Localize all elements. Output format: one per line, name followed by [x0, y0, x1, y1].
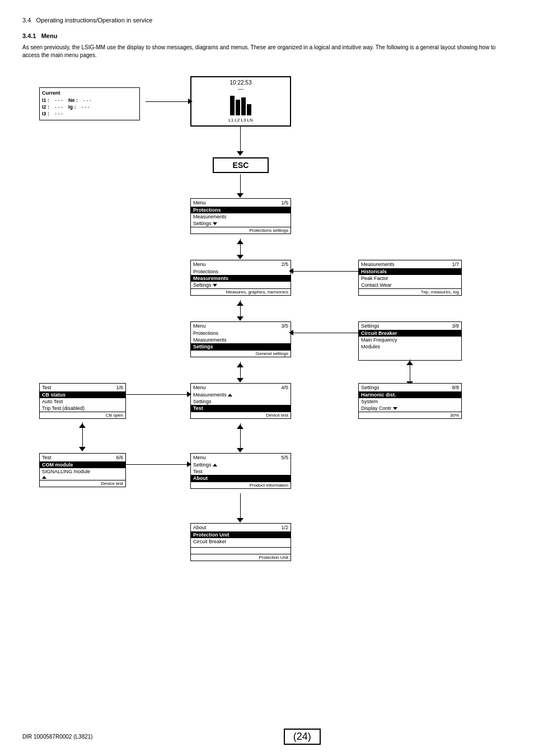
menu4-item-measurements: Measurements	[191, 391, 291, 398]
test6-footer: Device test	[40, 480, 125, 487]
menu1-item-measurements: Measurements	[191, 213, 291, 220]
menu5-item-test: Test	[191, 468, 291, 475]
arrow-test1-right	[187, 391, 191, 397]
set8-item-display: Display Contr	[359, 405, 461, 412]
arrow-menu3-down	[237, 378, 243, 382]
menu2-footer: Measures, graphics, harmonics	[191, 288, 291, 295]
menu2-page: 2/5	[281, 262, 288, 267]
test6-item-signalling: SIGNALLING module	[40, 468, 125, 475]
arrow-menu3-up	[237, 363, 243, 367]
menu3-page: 3/5	[281, 323, 288, 329]
set8-header: Settings	[361, 385, 380, 390]
section-number: 3.4	[22, 17, 31, 24]
page-footer: DIR 1000587R0002 (L3821) (24)	[22, 729, 512, 745]
menu3-item-protections: Protections	[191, 330, 291, 337]
test-1-6: Test 1/6 CB status Auto Test Trip Test (…	[39, 383, 126, 419]
menu5-header: Menu	[193, 455, 206, 460]
current-title: Current	[42, 90, 137, 96]
subsection-subtitle: Menu	[41, 32, 58, 39]
menu1-footer: Protections settings	[191, 227, 291, 234]
menu3-item-measurements: Measurements	[191, 337, 291, 343]
section-header: 3.4 Operating instructions/Operation in …	[22, 17, 512, 24]
settings-3-8: Settings 3/8 Circuit Breaker Main Freque…	[358, 321, 462, 361]
menu-5-5: Menu 5/5 Settings Test About Product inf…	[190, 453, 291, 489]
arrow-test6-right	[187, 461, 191, 467]
menu3-footer: General settings	[191, 350, 291, 357]
about-item-cb: Circuit Breaker	[191, 538, 291, 545]
line-menu2-measurements	[291, 271, 358, 272]
line-menu5-about	[240, 493, 241, 521]
screen-dashes: ---	[191, 86, 290, 92]
menu2-header: Menu	[193, 262, 206, 267]
meas-page: 1/7	[452, 262, 459, 267]
set3-page: 3/8	[452, 323, 459, 329]
line-menu3-settings3	[291, 333, 358, 333]
screen-time: 10:22:53	[191, 77, 290, 86]
meas-item-contactwear: Contact Wear	[359, 282, 461, 288]
arrow-settings3	[289, 330, 293, 335]
current-box: Current I1 : - - - Ne : - - - I2 : - - -…	[39, 87, 140, 120]
menu1-item-protections: Protections	[191, 207, 291, 213]
meas-footer: Trip, measures, log	[359, 288, 461, 295]
menu2-item-settings: Settings	[191, 282, 291, 288]
subsection-number: 3.4.1	[22, 32, 36, 39]
intro-text: As seen previously, the LSIG-MM use the …	[22, 44, 512, 59]
menu4-page: 4/5	[281, 385, 288, 390]
bar-2	[236, 100, 240, 115]
diagram-area: 10:22:53 --- L1 L2 L3 LN ESC Current I1 …	[22, 71, 512, 659]
menu2-item-protections: Protections	[191, 268, 291, 275]
menu-4-5: Menu 4/5 Measurements Settings Test Devi…	[190, 383, 291, 419]
arrow-menu2-up	[237, 301, 243, 306]
meas-item-peakfactor: Peak Factor	[359, 275, 461, 282]
about-page: 1/2	[281, 525, 288, 530]
about-footer: Protection Unit	[191, 554, 291, 561]
menu5-item-settings: Settings	[191, 461, 291, 468]
arrow-test-down	[79, 447, 86, 451]
set3-header: Settings	[361, 323, 380, 329]
menu4-header: Menu	[193, 385, 206, 390]
settings-8-8: Settings 8/8 Harmonic dist. System Displ…	[358, 383, 462, 419]
esc-button[interactable]: ESC	[213, 157, 269, 173]
set3-item-freq: Main Frequency	[359, 337, 461, 343]
menu3-item-settings: Settings	[191, 343, 291, 350]
menu1-item-settings: Settings	[191, 220, 291, 227]
about-header: About	[193, 525, 207, 530]
about-1-2: About 1/2 Protection Unit Circuit Breake…	[190, 523, 291, 561]
about-item-protection: Protection Unit	[191, 531, 291, 538]
measurements-1-7: Measurements 1/7 Historicals Peak Factor…	[358, 260, 462, 296]
arrow-settings-up	[406, 361, 413, 365]
set3-item-cb: Circuit Breaker	[359, 330, 461, 337]
line-screen-esc	[240, 127, 241, 155]
page-number: (24)	[284, 729, 321, 745]
menu5-footer: Product information	[191, 482, 291, 488]
arrow-menu5-about	[237, 518, 243, 522]
test1-header: Test	[42, 385, 51, 390]
current-row-1: I1 : - - - Ne : - - -	[42, 97, 137, 103]
bar-3	[241, 97, 246, 115]
arrow-current-screen	[188, 99, 193, 104]
bar-4	[247, 104, 251, 115]
line-current-to-screen	[146, 101, 191, 102]
bar-chart	[191, 94, 290, 116]
test1-item-trip: Trip Test (disabled)	[40, 405, 125, 412]
menu3-header: Menu	[193, 323, 206, 329]
menu4-item-test: Test	[191, 405, 291, 412]
arrow-menu1-up	[237, 240, 243, 244]
arrow-menu2-down	[237, 316, 243, 321]
menu1-page: 1/5	[281, 200, 288, 206]
arrow-menu4-down	[237, 448, 243, 452]
menu5-item-about: About	[191, 475, 291, 482]
arrow-to-esc	[237, 151, 243, 156]
set8-footer: 30%	[359, 412, 461, 418]
set8-item-harmonic: Harmonic dist.	[359, 391, 461, 398]
arrow-menu1-down	[237, 255, 243, 259]
esc-label: ESC	[233, 161, 249, 170]
current-row-3: I3 : - - -	[42, 111, 137, 116]
menu2-item-measurements: Measurements	[191, 275, 291, 282]
arrow-measurements	[289, 268, 293, 274]
bar-1	[230, 96, 235, 115]
footer-dir: DIR 1000587R0002 (L3821)	[22, 734, 93, 740]
arrow-esc-to-menu1	[237, 193, 243, 198]
test1-item-autotest: Auto Test	[40, 398, 125, 405]
test1-item-cbstatus: CB status	[40, 391, 125, 398]
